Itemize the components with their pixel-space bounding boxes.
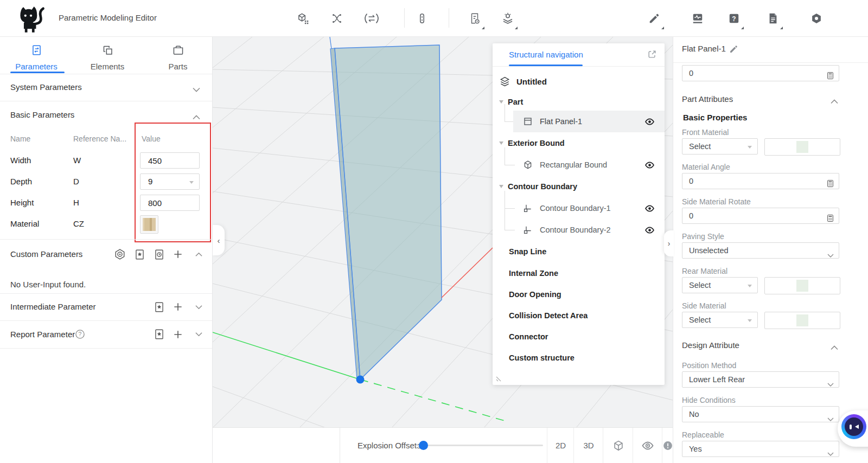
origin-point[interactable] (356, 376, 365, 384)
custom-parameters-header[interactable]: Custom Parameters (10, 249, 82, 259)
tab-elements[interactable]: Elements (78, 44, 137, 72)
pull-handle-icon[interactable] (411, 8, 433, 29)
hexagon-eye-icon[interactable] (111, 239, 129, 269)
chevron-up-icon[interactable] (193, 112, 200, 122)
swap-arrows-icon[interactable] (361, 8, 382, 29)
resize-handle-icon[interactable] (496, 374, 503, 382)
front-material-swatch[interactable] (764, 138, 840, 156)
chevron-up-icon[interactable] (831, 97, 838, 106)
view-3d-button[interactable]: 3D (573, 428, 603, 463)
y-axis-green (213, 332, 360, 380)
tab-parts[interactable]: Parts (148, 44, 208, 72)
collapse-up-icon[interactable] (189, 239, 208, 269)
document-star-icon[interactable] (150, 320, 168, 348)
collapse-right-panel-button[interactable]: › (664, 230, 674, 256)
edit-pencil-icon[interactable] (643, 8, 665, 29)
tree-expand-arrow-icon[interactable] (499, 185, 503, 188)
chevron-up-icon[interactable] (831, 343, 838, 352)
calculator-icon[interactable] (826, 69, 834, 85)
collapse-down-icon[interactable] (189, 293, 208, 320)
parts-icon (148, 44, 208, 58)
box-3d-view-button[interactable] (603, 428, 633, 463)
tree-category-connector[interactable]: Connector (509, 328, 681, 345)
material-angle-label: Material Angle (682, 163, 730, 171)
tree-category-internal-zone[interactable]: Internal Zone (509, 265, 681, 282)
depth-value-dropdown[interactable]: 9 (140, 173, 200, 190)
intermediate-parameter-row: Intermediate Parameter (0, 293, 212, 320)
visibility-eye-icon[interactable] (644, 225, 655, 235)
intermediate-parameter-header[interactable]: Intermediate Parameter (10, 302, 96, 311)
collapse-left-panel-button[interactable]: ‹ (213, 225, 225, 255)
tree-item-flat-panel-1[interactable]: Flat Panel-1 (513, 111, 665, 132)
tree-item-contour-boundary-2[interactable]: Contour Boundary-2 (513, 219, 665, 241)
rear-material-label: Rear Material (682, 267, 727, 275)
position-method-dropdown[interactable]: Lower Left Rear (682, 371, 839, 388)
document-gear-icon[interactable] (464, 8, 486, 29)
plus-icon[interactable] (169, 320, 187, 348)
explosion-offsets-slider[interactable] (416, 445, 543, 446)
front-material-select[interactable]: Select (682, 138, 758, 155)
basic-parameters-header[interactable]: Basic Parameters (10, 110, 74, 119)
part-attributes-header[interactable]: Part Attributes (682, 94, 733, 104)
tree-group-exterior-bound[interactable]: Exterior Bound (499, 136, 671, 151)
replaceable-dropdown[interactable]: Yes (682, 441, 839, 457)
tree-category-collision-detect-area[interactable]: Collision Detect Area (509, 307, 681, 324)
hide-conditions-dropdown[interactable]: No (682, 406, 839, 422)
tree-category-custom-structure[interactable]: Custom structure (509, 349, 681, 366)
design-attribute-header[interactable]: Design Attribute (682, 340, 739, 350)
document-report-icon[interactable] (762, 8, 784, 29)
tree-group-contour-boundary[interactable]: Contour Boundary (499, 179, 671, 194)
help-circle-icon[interactable]: ? (75, 329, 85, 342)
document-star-icon[interactable] (150, 293, 168, 320)
side-material-rotate-input[interactable]: 0 (682, 208, 839, 224)
plus-icon[interactable] (169, 239, 187, 269)
tree-expand-arrow-icon[interactable] (499, 100, 503, 104)
document-star-icon[interactable] (130, 239, 149, 269)
view-2d-button[interactable]: 2D (547, 428, 574, 463)
side-material-select[interactable]: Select (682, 312, 758, 328)
component-cube-icon[interactable] (292, 8, 314, 29)
expand-panel-icon[interactable] (647, 49, 657, 61)
tree-category-snap-line[interactable]: Snap Line (509, 243, 681, 260)
viewport-bottom-bar: Explosion Offsets 2D 3D (213, 427, 673, 463)
tree-item-rectangular-bound[interactable]: Rectangular Bound (513, 154, 665, 176)
visibility-eye-icon[interactable] (644, 117, 655, 127)
tab-parameters[interactable]: Parameters (7, 44, 66, 72)
system-parameters-header[interactable]: System Parameters (10, 82, 82, 92)
rename-pencil-icon[interactable] (729, 44, 738, 56)
tree-category-door-opening[interactable]: Door Opening (509, 286, 681, 303)
collapse-down-icon[interactable] (189, 320, 208, 348)
paving-style-dropdown[interactable]: Unselected (682, 242, 839, 259)
tree-expand-arrow-icon[interactable] (499, 142, 503, 145)
warning-button[interactable] (662, 428, 673, 463)
calculator-icon[interactable] (826, 212, 834, 227)
visibility-eye-icon[interactable] (644, 160, 655, 170)
rear-material-swatch[interactable] (764, 277, 840, 294)
monitor-activity-icon[interactable] (687, 8, 709, 29)
slider-thumb[interactable] (419, 441, 428, 450)
calculator-icon[interactable] (826, 177, 834, 192)
rear-material-select[interactable]: Select (682, 277, 758, 293)
help-icon[interactable]: ? (723, 8, 745, 29)
structural-navigation-tab[interactable]: Structural navigation (509, 50, 583, 59)
chevron-down-icon[interactable] (193, 85, 200, 94)
tree-root-untitled[interactable]: Untitled (499, 72, 671, 91)
visibility-view-button[interactable] (633, 428, 662, 463)
node-graph-icon[interactable] (326, 8, 348, 29)
material-angle-input[interactable]: 0 (682, 173, 839, 189)
report-parameter-header[interactable]: Report Parameter (10, 330, 75, 339)
tree-group-part[interactable]: Part (499, 94, 671, 110)
flat-panel-object[interactable] (330, 37, 442, 380)
properties-panel: › Flat Panel-1 0 Part Attributes Basic P… (673, 37, 868, 463)
side-material-swatch[interactable] (764, 312, 840, 329)
top-value-input[interactable]: 0 (682, 65, 839, 81)
width-value-input[interactable] (140, 152, 200, 169)
settings-nut-icon[interactable] (806, 8, 827, 29)
height-value-input[interactable] (140, 195, 200, 211)
plus-icon[interactable] (169, 293, 187, 320)
asset-layers-icon[interactable] (497, 8, 519, 29)
visibility-eye-icon[interactable] (644, 203, 655, 214)
material-swatch-button[interactable] (140, 215, 158, 234)
document-history-icon[interactable] (150, 239, 168, 269)
tree-item-contour-boundary-1[interactable]: Contour Boundary-1 (513, 197, 665, 219)
